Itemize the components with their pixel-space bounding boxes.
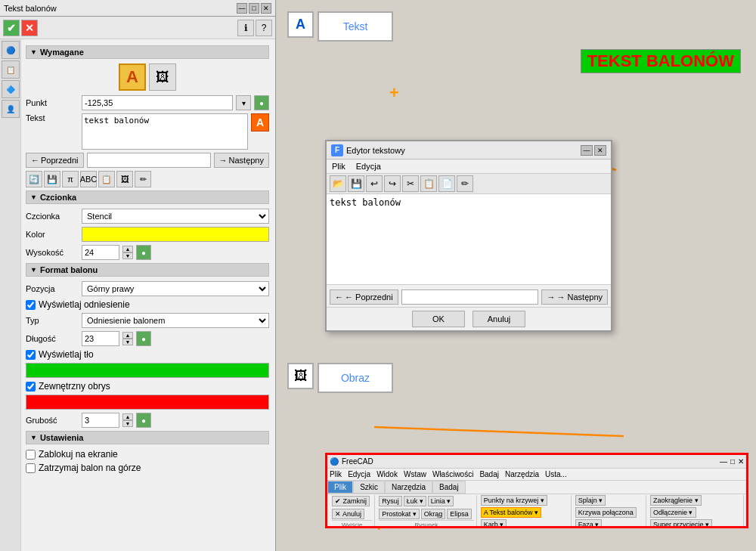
edit-btn-3[interactable]: π <box>62 171 79 187</box>
typ-select[interactable]: Odniesienie balonem <box>82 313 269 328</box>
dlugosc-spinners: ▲ ▼ <box>122 332 133 345</box>
edit-btn-5[interactable]: 📋 <box>98 171 115 187</box>
editor-cancel-btn[interactable]: Anuluj <box>472 311 525 327</box>
wyswietlaj-tlo-checkbox[interactable] <box>26 350 36 360</box>
bt-tab-szkic[interactable]: Szkic <box>353 481 385 494</box>
text-edit-button[interactable]: A <box>251 113 269 132</box>
bt-menu-edycja[interactable]: Edycja <box>348 470 370 478</box>
bt-menu-plik[interactable]: Plik <box>330 470 342 478</box>
pozycja-label: Pozycja <box>26 284 79 293</box>
bt-menu-wstaw[interactable]: Wstaw <box>404 470 426 478</box>
bt-btn-elipsa[interactable]: Elipsa <box>447 509 472 519</box>
dlugosc-down[interactable]: ▼ <box>122 339 133 345</box>
editor-save[interactable]: 💾 <box>348 175 364 192</box>
editor-clear[interactable]: ✏ <box>457 175 473 192</box>
zatrzymaj-checkbox[interactable] <box>26 463 36 473</box>
edit-btn-1[interactable]: 🔄 <box>26 171 42 187</box>
bt-tab-badaj[interactable]: Badaj <box>432 481 466 494</box>
punkt-input[interactable]: -125,35 <box>82 95 233 110</box>
zewnetrzny-checkbox[interactable] <box>26 382 36 392</box>
bt-btn-punkty[interactable]: Punkty na krzywej ▾ <box>481 495 547 506</box>
side-icon-3[interactable]: 🔷 <box>2 80 20 98</box>
bt-btn-faza[interactable]: Faza ▾ <box>575 519 603 528</box>
icon-a[interactable]: A <box>119 63 146 91</box>
grubosc-down[interactable]: ▼ <box>122 420 133 427</box>
menu-plik[interactable]: Plik <box>330 161 348 172</box>
editor-minimize[interactable]: — <box>581 145 593 156</box>
dlugosc-up[interactable]: ▲ <box>122 332 133 339</box>
close-button[interactable]: ✕ <box>261 3 271 14</box>
bt-btn-super[interactable]: Super przyciecie ▾ <box>650 519 712 528</box>
punkt-dropdown[interactable]: ▾ <box>236 95 251 110</box>
side-icon-2[interactable]: 📋 <box>2 60 20 79</box>
editor-copy[interactable]: 📋 <box>420 175 437 192</box>
editor-nav-input[interactable] <box>401 289 539 305</box>
editor-prev-btn[interactable]: ← ← Poprzedni <box>330 289 398 305</box>
dlugosc-action[interactable]: ● <box>136 331 151 346</box>
bt-btn-luk[interactable]: Łuk ▾ <box>404 496 426 506</box>
bt-btn-anuluj[interactable]: ✕ Anuluj <box>332 509 364 519</box>
pozycja-select[interactable]: Górny prawy <box>82 281 269 296</box>
minimize-button[interactable]: — <box>237 3 247 14</box>
zablokuj-checkbox[interactable] <box>26 450 36 460</box>
bt-btn-okrag[interactable]: Okrąg <box>421 509 446 519</box>
editor-undo[interactable]: ↩ <box>366 175 383 192</box>
bt-btn-rysuj[interactable]: Rysuj <box>379 496 402 506</box>
bt-menu-usta[interactable]: Usta... <box>545 470 567 478</box>
bt-btn-splajn[interactable]: Splajn ▾ <box>575 495 606 506</box>
icon-image[interactable]: 🖼 <box>149 63 176 91</box>
editor-textarea[interactable]: tekst balonów <box>327 194 611 285</box>
czcionka-select[interactable]: Stencil <box>82 209 269 224</box>
editor-paste[interactable]: 📄 <box>438 175 455 192</box>
grubosc-up[interactable]: ▲ <box>122 413 133 420</box>
edit-btn-4[interactable]: ABC <box>80 171 97 187</box>
bt-menu-badaj[interactable]: Badaj <box>479 470 499 478</box>
editor-redo[interactable]: ↪ <box>384 175 401 192</box>
grubosc-action[interactable]: ● <box>136 413 151 428</box>
bt-menu-widok[interactable]: Widok <box>376 470 398 478</box>
bt-btn-zamknij[interactable]: ✔ Zamknij <box>332 496 370 506</box>
editor-open[interactable]: 📂 <box>330 175 346 192</box>
side-icon-1[interactable]: 🔵 <box>2 41 20 59</box>
next-button[interactable]: → Następny <box>214 153 269 168</box>
obrys-swatch[interactable] <box>26 395 269 410</box>
dlugosc-input[interactable] <box>82 331 119 346</box>
bt-btn-zaokraglenie[interactable]: Zaokrąglenie ▾ <box>650 495 702 506</box>
wysokosc-action[interactable]: ● <box>136 245 151 260</box>
bt-btn-odlaczenie[interactable]: Odłączenie ▾ <box>650 507 696 518</box>
cancel-button[interactable]: ✕ <box>21 20 38 36</box>
maximize-button[interactable]: □ <box>249 3 259 14</box>
confirm-button[interactable]: ✔ <box>3 20 20 36</box>
bt-btn-linia[interactable]: Linia ▾ <box>428 496 454 506</box>
bt-tab-narzedzia[interactable]: Narzędzia <box>385 481 432 494</box>
tlo-swatch[interactable] <box>26 363 269 378</box>
bt-btn-tekst-balonow[interactable]: A Tekst balonów ▾ <box>481 507 541 518</box>
edit-btn-6[interactable]: 🖼 <box>116 171 133 187</box>
edit-btn-7[interactable]: ✏ <box>135 171 151 187</box>
nav-input[interactable] <box>87 153 211 168</box>
info-button[interactable]: ℹ <box>237 20 254 36</box>
grubosc-input[interactable] <box>82 413 119 428</box>
menu-edycja[interactable]: Edycja <box>354 161 383 172</box>
wysokosc-up[interactable]: ▲ <box>122 246 133 252</box>
editor-next-btn[interactable]: → → Następny <box>541 289 608 305</box>
wyswietlaj-checkbox[interactable] <box>26 300 36 310</box>
editor-close[interactable]: ✕ <box>594 145 606 156</box>
tekst-textarea[interactable]: tekst balonów <box>82 113 248 150</box>
prev-button[interactable]: ← Poprzedni <box>26 153 84 168</box>
bt-btn-karb[interactable]: Karb ▾ <box>481 519 507 528</box>
bt-menu-wlasciwosci[interactable]: Właściwości <box>432 470 473 478</box>
bt-btn-prostokat[interactable]: Prostokat ▾ <box>379 509 420 519</box>
side-icon-4[interactable]: 👤 <box>2 100 20 118</box>
bt-menu-narzedzia[interactable]: Narzędzia <box>505 470 539 478</box>
punkt-action[interactable]: ● <box>254 95 269 110</box>
edit-btn-2[interactable]: 💾 <box>44 171 60 187</box>
kolor-swatch[interactable] <box>82 227 269 242</box>
wysokosc-down[interactable]: ▼ <box>122 252 133 259</box>
bt-tab-plik[interactable]: Plik <box>327 481 353 494</box>
help-button[interactable]: ? <box>256 20 272 36</box>
editor-cut[interactable]: ✂ <box>402 175 419 192</box>
bt-btn-krzywa[interactable]: Krzywa połączona <box>575 507 637 518</box>
wysokosc-input[interactable] <box>82 245 119 260</box>
editor-ok-btn[interactable]: OK <box>412 311 465 327</box>
